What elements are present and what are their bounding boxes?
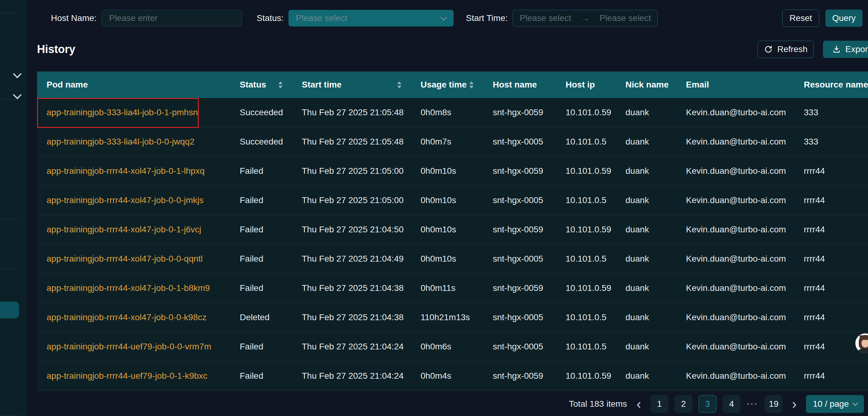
pagination: Total 183 items ‹ 1234•••19 › 10 / page: [37, 395, 864, 413]
pod-name-link[interactable]: app-trainingjob-rrrr44-xol47-job-0-1-lhp…: [37, 166, 240, 176]
column-header-label: Start time: [302, 80, 342, 90]
cell-status: Failed: [240, 342, 302, 352]
status-label: Status:: [257, 13, 284, 23]
status-select-placeholder: Please select: [296, 13, 441, 23]
sidebar-active-item[interactable]: [0, 302, 19, 318]
pod-name-link[interactable]: app-trainingjob-rrrr44-uef79-job-0-0-vrm…: [37, 342, 240, 352]
table-row: app-trainingjob-rrrr44-xol47-job-0-1-lhp…: [37, 157, 868, 186]
cell-resource: 333: [804, 137, 868, 147]
caret-down-icon: [278, 86, 283, 89]
host-name-label: Host Name:: [51, 13, 97, 23]
cell-start: Thu Feb 27 2025 21:04:49: [302, 254, 421, 264]
page-button-4[interactable]: 4: [723, 395, 741, 413]
cell-resource: rrrr44: [804, 312, 868, 322]
cell-resource: rrrr44: [804, 371, 868, 381]
host-name-input[interactable]: [101, 10, 242, 27]
pod-name-link[interactable]: app-trainingjob-333-lia4l-job-0-1-pmhsn: [37, 108, 240, 117]
cell-resource: 333: [804, 108, 868, 117]
cell-usage: 0h0m11s: [421, 283, 493, 293]
table-header-row: Pod nameStatusStart timeUsage timeHost n…: [37, 71, 868, 98]
pod-name-link[interactable]: app-trainingjob-333-lia4l-job-0-0-jwqq2: [37, 137, 240, 147]
column-header-label: Nick name: [625, 80, 669, 90]
pod-name-link[interactable]: app-trainingjob-rrrr44-uef79-job-0-1-k9b…: [37, 371, 240, 381]
chevron-down-icon[interactable]: [14, 92, 21, 99]
cell-host: snt-hgx-0005: [493, 195, 566, 205]
cell-start: Thu Feb 27 2025 21:04:24: [302, 342, 421, 352]
cell-host: snt-hgx-0059: [493, 371, 566, 381]
cell-status: Succeeded: [240, 137, 302, 147]
refresh-icon: [764, 45, 773, 54]
cell-usage: 0h0m6s: [421, 342, 493, 352]
cell-usage: 0h0m10s: [421, 224, 493, 235]
cell-nick: duank: [625, 108, 686, 117]
cell-resource: rrrr44: [804, 283, 868, 293]
column-header-label: Pod name: [46, 80, 88, 90]
cell-resource: rrrr44: [804, 254, 868, 264]
pager-ellipsis: •••: [747, 400, 758, 408]
start-time-range-picker[interactable]: Please select → Please select: [513, 10, 657, 27]
cell-nick: duank: [625, 342, 686, 352]
cell-email: Kevin.duan@turbo-ai.com: [686, 166, 804, 176]
cell-status: Failed: [240, 166, 302, 176]
table-row: app-trainingjob-333-lia4l-job-0-0-jwqq2S…: [37, 127, 868, 157]
cell-email: Kevin.duan@turbo-ai.com: [686, 195, 804, 205]
cell-status: Failed: [240, 224, 302, 235]
column-header-usage[interactable]: Usage time: [421, 71, 493, 98]
column-header-start[interactable]: Start time: [302, 71, 421, 98]
page-button-19[interactable]: 19: [765, 395, 782, 413]
cell-usage: 0h0m7s: [421, 137, 493, 147]
pod-name-link[interactable]: app-trainingjob-rrrr44-xol47-job-0-0-qqn…: [37, 254, 240, 264]
query-button[interactable]: Query: [826, 9, 863, 27]
refresh-button[interactable]: Refresh: [757, 41, 814, 58]
cell-email: Kevin.duan@turbo-ai.com: [686, 342, 804, 352]
next-page-button[interactable]: ›: [789, 395, 800, 413]
cell-email: Kevin.duan@turbo-ai.com: [686, 254, 804, 264]
sidebar-divider: [0, 99, 20, 100]
pod-name-link[interactable]: app-trainingjob-rrrr44-xol47-job-0-0-jmk…: [37, 195, 240, 205]
sidebar-divider: [0, 269, 20, 269]
chevron-down-icon[interactable]: [14, 71, 21, 78]
range-end-placeholder: Please select: [599, 13, 651, 23]
reset-button[interactable]: Reset: [782, 9, 819, 27]
cell-email: Kevin.duan@turbo-ai.com: [686, 137, 804, 147]
page-button-1[interactable]: 1: [650, 395, 669, 413]
start-time-label: Start Time:: [466, 13, 507, 23]
caret-down-icon: [469, 86, 474, 89]
cell-nick: duank: [625, 166, 686, 176]
table-row: app-trainingjob-rrrr44-uef79-job-0-0-vrm…: [37, 332, 868, 361]
download-icon: [832, 45, 841, 54]
column-header-ip: Host ip: [566, 71, 625, 98]
column-header-email: Email: [686, 71, 804, 98]
pod-name-link[interactable]: app-trainingjob-rrrr44-xol47-job-0-1-b8k…: [37, 283, 240, 293]
sort-icon[interactable]: [469, 81, 474, 89]
cell-ip: 10.101.0.59: [566, 371, 625, 381]
column-header-status[interactable]: Status: [240, 71, 302, 98]
pod-name-link[interactable]: app-trainingjob-rrrr44-xol47-job-0-1-j6v…: [37, 224, 240, 235]
cell-usage: 110h21m13s: [421, 312, 493, 322]
history-header: History Refresh Export: [27, 39, 868, 59]
table-row: app-trainingjob-333-lia4l-job-0-1-pmhsnS…: [37, 98, 868, 127]
cell-ip: 10.101.0.5: [566, 342, 625, 352]
sort-icon[interactable]: [278, 81, 283, 89]
cell-email: Kevin.duan@turbo-ai.com: [686, 224, 804, 235]
cell-usage: 0h0m10s: [421, 166, 493, 176]
export-button[interactable]: Export: [823, 41, 868, 58]
sort-icon[interactable]: [397, 81, 401, 89]
column-header-label: Host ip: [566, 80, 595, 90]
pod-name-link[interactable]: app-trainingjob-rrrr44-xol47-job-0-0-k98…: [37, 312, 240, 322]
cell-ip: 10.101.0.5: [566, 195, 625, 205]
page-button-3[interactable]: 3: [699, 395, 716, 413]
page-size-select[interactable]: 10 / page: [806, 395, 864, 413]
page-button-2[interactable]: 2: [675, 395, 692, 413]
prev-page-button[interactable]: ‹: [633, 395, 644, 413]
cell-host: snt-hgx-0005: [493, 137, 566, 147]
cell-resource: rrrr44: [804, 195, 868, 205]
column-header-label: Host name: [493, 80, 537, 90]
status-select[interactable]: Please select: [288, 10, 454, 27]
column-header-resource: Resource name: [804, 71, 868, 98]
cell-ip: 10.101.0.59: [566, 283, 625, 293]
cell-nick: duank: [625, 312, 686, 322]
cell-ip: 10.101.0.59: [566, 224, 625, 235]
caret-down-icon: [397, 86, 401, 89]
cell-ip: 10.101.0.5: [566, 137, 625, 147]
